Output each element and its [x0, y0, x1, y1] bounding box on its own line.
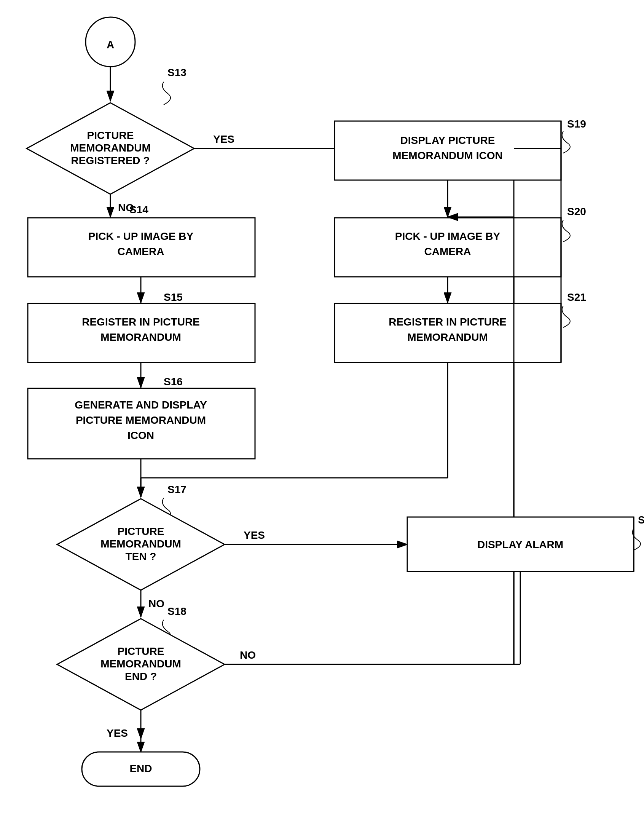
s18-label: S18	[167, 605, 187, 617]
s16-line3: ICON	[128, 429, 154, 441]
no-label-3: NO	[240, 649, 256, 661]
s19-label: S19	[567, 118, 586, 130]
s16-line2: PICTURE MEMORANDUM	[76, 414, 206, 426]
s20-label: S20	[567, 206, 586, 217]
s21-line1: REGISTER IN PICTURE	[389, 316, 507, 328]
diamond3-line2: MEMORANDUM	[100, 658, 181, 670]
diamond1-line3: REGISTERED ?	[71, 155, 150, 166]
yes-label-1: YES	[213, 133, 234, 145]
yes-label-3: YES	[107, 727, 128, 739]
s21-label: S21	[567, 291, 586, 303]
s16-line1: GENERATE AND DISPLAY	[75, 399, 207, 411]
s15-label: S15	[164, 291, 183, 303]
diamond3-line3: END ?	[125, 670, 157, 682]
s13-label: S13	[167, 67, 187, 78]
diamond1-line2: MEMORANDUM	[70, 142, 151, 154]
s22-label: S22	[638, 514, 644, 526]
diamond2-line2: MEMORANDUM	[100, 538, 181, 550]
end-label: END	[129, 763, 152, 774]
s21-line2: MEMORANDUM	[407, 331, 488, 343]
s20-line1: PICK - UP IMAGE BY	[395, 230, 501, 242]
s14-line1: PICK - UP IMAGE BY	[88, 230, 194, 242]
s15-line2: MEMORANDUM	[100, 331, 181, 343]
diamond1-line1: PICTURE	[87, 129, 134, 141]
flowchart-diagram: A S13 PICTURE MEMORANDUM REGISTERED ? YE…	[0, 0, 644, 822]
s17-label: S17	[167, 484, 187, 495]
s14-line2: CAMERA	[118, 246, 164, 257]
s22-label-text: DISPLAY ALARM	[477, 539, 563, 551]
yes-label-2: YES	[244, 529, 265, 541]
s19-line1: DISPLAY PICTURE	[400, 134, 495, 146]
s14-label: S14	[129, 204, 148, 215]
terminal-a-label: A	[107, 39, 114, 51]
s20-line2: CAMERA	[424, 246, 471, 257]
s16-label: S16	[164, 376, 183, 388]
diamond2-line3: TEN ?	[126, 551, 156, 562]
no-label-2: NO	[148, 598, 164, 610]
diamond3-line1: PICTURE	[118, 645, 164, 657]
s19-line2: MEMORANDUM ICON	[392, 150, 502, 161]
diamond2-line1: PICTURE	[118, 525, 164, 537]
s15-line1: REGISTER IN PICTURE	[82, 316, 200, 328]
